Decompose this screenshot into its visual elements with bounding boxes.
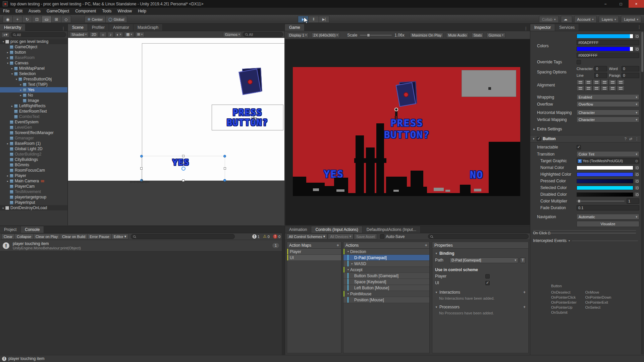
navigation-dropdown[interactable]: Automatic <box>577 214 639 220</box>
line-spacing-field[interactable]: 0 <box>594 73 607 78</box>
bottom-middle-tab[interactable]: Controlls (Input Actions) <box>311 226 362 233</box>
2d-toggle[interactable]: 2D <box>90 32 98 37</box>
hierarchy-item[interactable]: proc gen level testing <box>0 39 67 44</box>
expand-arrow-icon[interactable] <box>19 83 23 86</box>
horizontal-mapping-dropdown[interactable]: Character <box>577 110 639 115</box>
gizmos-dropdown[interactable]: Gizmos▾ <box>223 32 242 37</box>
console-toolbar-button[interactable]: Clear on Build <box>60 234 88 239</box>
hierarchy-item[interactable]: RoomFocusCam <box>0 168 67 173</box>
hierarchy-item[interactable]: DontDestroyOnLoad <box>0 205 67 210</box>
auto-save-checkbox[interactable] <box>380 234 384 239</box>
scene-search-input[interactable]: All <box>243 32 283 37</box>
mute-audio-toggle[interactable]: Mute Audio <box>446 33 469 38</box>
action-map-row[interactable]: Player <box>287 249 341 255</box>
account-dropdown[interactable]: Account <box>574 16 597 23</box>
snap-dropdown[interactable]: ⊞▾ <box>135 32 145 37</box>
hierarchy-item[interactable]: PlayerCam <box>0 184 67 189</box>
layers-dropdown[interactable]: Layers <box>599 16 619 23</box>
bottom-color-hex-field[interactable]: #0600FFFF <box>577 53 639 58</box>
maximize-button[interactable]: □ <box>613 0 629 8</box>
wrapping-dropdown[interactable]: Enabled <box>577 94 639 100</box>
status-bar[interactable]: ! player touching item <box>0 355 644 362</box>
hierarchy-item[interactable]: Player <box>0 173 67 178</box>
expand-arrow-icon[interactable] <box>1 41 5 43</box>
menu-item[interactable]: Help <box>135 8 149 15</box>
hierarchy-item[interactable]: Image <box>0 98 67 103</box>
top-color-hex-field[interactable]: #00ADFFFF <box>577 40 639 45</box>
edge-handle[interactable] <box>182 155 184 157</box>
action-row[interactable]: D-Pad [Gamepad] <box>343 255 429 261</box>
valign-capline-button[interactable] <box>617 85 625 91</box>
expand-arrow-icon[interactable] <box>6 180 10 182</box>
inspector-scrollbar[interactable] <box>641 32 644 354</box>
editor-dropdown[interactable]: Editor ▾ <box>111 234 128 239</box>
menu-item[interactable]: Assets <box>25 8 44 15</box>
foldout-arrow-icon[interactable]: ▼ <box>532 137 535 140</box>
valign-baseline-button[interactable] <box>601 85 608 91</box>
action-map-row[interactable]: UI <box>287 255 341 261</box>
selection-handle[interactable] <box>140 155 143 158</box>
interactable-checkbox[interactable] <box>577 145 581 149</box>
layout-dropdown[interactable]: Layout <box>621 16 641 23</box>
hierarchy-item[interactable]: Yes <box>0 87 67 93</box>
valign-midline-button[interactable] <box>609 85 616 91</box>
warning-count[interactable]: ⚠0 <box>263 234 270 239</box>
expand-arrow-icon[interactable] <box>19 89 23 91</box>
scale-slider[interactable] <box>360 35 392 36</box>
hierarchy-item[interactable]: LeftRightRects <box>0 103 67 109</box>
hierarchy-item[interactable]: MiniMapPanel <box>0 66 67 71</box>
minimize-button[interactable]: − <box>598 0 613 8</box>
hierarchy-item[interactable]: OuterBuilding2 <box>0 152 67 157</box>
action-row[interactable]: Accept <box>343 267 429 273</box>
hierarchy-item[interactable]: TestMovement <box>0 189 67 194</box>
cloud-button[interactable]: ☁ <box>561 16 572 23</box>
align-left-button[interactable] <box>577 79 584 85</box>
expand-arrow-icon[interactable] <box>10 105 14 107</box>
processors-foldout[interactable]: ▼Processors+ <box>432 304 528 310</box>
bottom-middle-tab[interactable]: DefaultInputActions (Input... <box>363 226 421 233</box>
rotate-tool-icon[interactable]: ↻ <box>22 16 32 23</box>
component-enabled-checkbox[interactable] <box>537 137 541 141</box>
color-picker-icon[interactable] <box>634 172 639 177</box>
menu-item[interactable]: GameObject <box>44 8 72 15</box>
add-interaction-button[interactable]: + <box>523 290 526 295</box>
edge-handle[interactable] <box>224 167 226 170</box>
edge-handle[interactable] <box>182 179 184 182</box>
scene-viewport[interactable]: PRESS BUTTON? YES ↔↕ <box>68 38 284 225</box>
space-toggle-button[interactable]: ◯Global <box>105 16 127 23</box>
hierarchy-item[interactable]: BGmnts <box>0 162 67 168</box>
move-tool-icon[interactable]: + <box>12 16 22 23</box>
step-button[interactable]: ▶| <box>319 16 329 23</box>
hierarchy-item[interactable]: EnterRoomText <box>0 109 67 114</box>
hierarchy-search-input[interactable]: All <box>11 32 66 37</box>
console-toolbar-button[interactable]: Clear on Play <box>33 234 60 239</box>
highlighted-color-field[interactable] <box>577 172 633 177</box>
hierarchy-item[interactable]: button <box>0 50 67 55</box>
object-picker-icon[interactable]: ⊙ <box>635 159 638 163</box>
info-count[interactable]: !1 <box>252 234 260 239</box>
selection-handle[interactable] <box>223 155 226 158</box>
input-actions-search-input[interactable] <box>428 234 529 239</box>
color-picker-icon[interactable] <box>634 47 639 51</box>
transition-dropdown[interactable]: Color Tint <box>577 151 639 157</box>
hierarchy-item[interactable]: No <box>0 93 67 98</box>
color-picker-icon[interactable] <box>634 165 639 170</box>
shading-mode-dropdown[interactable]: Shaded▾ <box>69 32 89 37</box>
bottom-middle-tab[interactable]: Animation <box>285 226 311 233</box>
expand-arrow-icon[interactable] <box>350 262 354 265</box>
expand-arrow-icon[interactable] <box>10 67 14 70</box>
tab-hierarchy[interactable]: Hierarchy <box>0 24 25 31</box>
expand-arrow-icon[interactable] <box>346 293 350 295</box>
disabled-color-field[interactable] <box>577 192 633 197</box>
path-text-toggle[interactable]: T <box>520 257 526 263</box>
character-spacing-field[interactable]: 0 <box>594 66 607 71</box>
top-gradient-color-field[interactable] <box>577 34 633 39</box>
hierarchy-item[interactable]: Selection <box>0 71 67 76</box>
scene-view-tab[interactable]: Scene <box>68 24 88 31</box>
selected-color-field[interactable] <box>577 186 633 190</box>
visualize-button[interactable]: Visualize <box>577 221 639 227</box>
add-action-button[interactable]: + <box>425 243 427 248</box>
book-sprite[interactable] <box>240 70 259 94</box>
pivot-gizmo[interactable] <box>181 167 185 171</box>
overflow-dropdown[interactable]: Overflow <box>577 101 639 107</box>
